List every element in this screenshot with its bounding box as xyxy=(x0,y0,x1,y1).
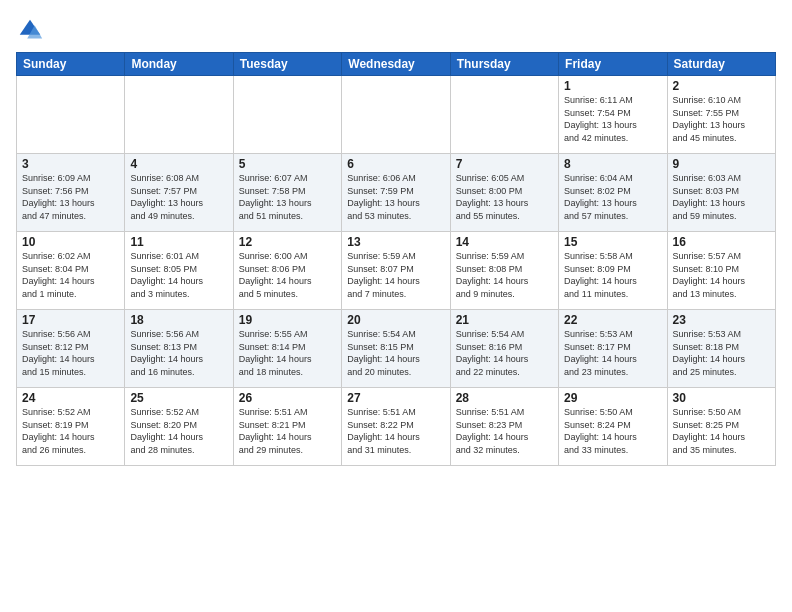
calendar-cell: 17Sunrise: 5:56 AM Sunset: 8:12 PM Dayli… xyxy=(17,310,125,388)
calendar-cell: 20Sunrise: 5:54 AM Sunset: 8:15 PM Dayli… xyxy=(342,310,450,388)
calendar-cell: 15Sunrise: 5:58 AM Sunset: 8:09 PM Dayli… xyxy=(559,232,667,310)
day-number: 28 xyxy=(456,391,553,405)
day-number: 6 xyxy=(347,157,444,171)
calendar-cell: 27Sunrise: 5:51 AM Sunset: 8:22 PM Dayli… xyxy=(342,388,450,466)
day-info: Sunrise: 5:54 AM Sunset: 8:16 PM Dayligh… xyxy=(456,328,553,378)
weekday-header: Friday xyxy=(559,53,667,76)
calendar-cell: 3Sunrise: 6:09 AM Sunset: 7:56 PM Daylig… xyxy=(17,154,125,232)
day-info: Sunrise: 5:57 AM Sunset: 8:10 PM Dayligh… xyxy=(673,250,770,300)
calendar-cell: 2Sunrise: 6:10 AM Sunset: 7:55 PM Daylig… xyxy=(667,76,775,154)
day-info: Sunrise: 6:02 AM Sunset: 8:04 PM Dayligh… xyxy=(22,250,119,300)
day-info: Sunrise: 6:08 AM Sunset: 7:57 PM Dayligh… xyxy=(130,172,227,222)
day-number: 3 xyxy=(22,157,119,171)
day-number: 25 xyxy=(130,391,227,405)
day-number: 9 xyxy=(673,157,770,171)
day-number: 2 xyxy=(673,79,770,93)
day-info: Sunrise: 5:50 AM Sunset: 8:25 PM Dayligh… xyxy=(673,406,770,456)
day-info: Sunrise: 6:01 AM Sunset: 8:05 PM Dayligh… xyxy=(130,250,227,300)
day-number: 22 xyxy=(564,313,661,327)
day-info: Sunrise: 5:50 AM Sunset: 8:24 PM Dayligh… xyxy=(564,406,661,456)
calendar-cell: 26Sunrise: 5:51 AM Sunset: 8:21 PM Dayli… xyxy=(233,388,341,466)
day-number: 10 xyxy=(22,235,119,249)
calendar-cell: 28Sunrise: 5:51 AM Sunset: 8:23 PM Dayli… xyxy=(450,388,558,466)
day-number: 13 xyxy=(347,235,444,249)
day-info: Sunrise: 6:04 AM Sunset: 8:02 PM Dayligh… xyxy=(564,172,661,222)
calendar-cell: 29Sunrise: 5:50 AM Sunset: 8:24 PM Dayli… xyxy=(559,388,667,466)
calendar-cell xyxy=(342,76,450,154)
calendar-cell: 13Sunrise: 5:59 AM Sunset: 8:07 PM Dayli… xyxy=(342,232,450,310)
day-info: Sunrise: 6:07 AM Sunset: 7:58 PM Dayligh… xyxy=(239,172,336,222)
day-info: Sunrise: 5:51 AM Sunset: 8:21 PM Dayligh… xyxy=(239,406,336,456)
day-info: Sunrise: 5:52 AM Sunset: 8:20 PM Dayligh… xyxy=(130,406,227,456)
calendar-cell: 4Sunrise: 6:08 AM Sunset: 7:57 PM Daylig… xyxy=(125,154,233,232)
header xyxy=(16,12,776,44)
day-number: 27 xyxy=(347,391,444,405)
day-number: 4 xyxy=(130,157,227,171)
weekday-header: Thursday xyxy=(450,53,558,76)
logo xyxy=(16,16,48,44)
day-info: Sunrise: 5:56 AM Sunset: 8:13 PM Dayligh… xyxy=(130,328,227,378)
calendar-cell: 23Sunrise: 5:53 AM Sunset: 8:18 PM Dayli… xyxy=(667,310,775,388)
day-number: 18 xyxy=(130,313,227,327)
day-info: Sunrise: 5:58 AM Sunset: 8:09 PM Dayligh… xyxy=(564,250,661,300)
day-info: Sunrise: 6:10 AM Sunset: 7:55 PM Dayligh… xyxy=(673,94,770,144)
calendar-week-row: 3Sunrise: 6:09 AM Sunset: 7:56 PM Daylig… xyxy=(17,154,776,232)
day-info: Sunrise: 5:53 AM Sunset: 8:18 PM Dayligh… xyxy=(673,328,770,378)
calendar-cell: 5Sunrise: 6:07 AM Sunset: 7:58 PM Daylig… xyxy=(233,154,341,232)
day-number: 14 xyxy=(456,235,553,249)
day-info: Sunrise: 5:51 AM Sunset: 8:23 PM Dayligh… xyxy=(456,406,553,456)
weekday-header: Sunday xyxy=(17,53,125,76)
weekday-header: Tuesday xyxy=(233,53,341,76)
calendar-cell xyxy=(17,76,125,154)
weekday-header-row: SundayMondayTuesdayWednesdayThursdayFrid… xyxy=(17,53,776,76)
calendar-cell: 10Sunrise: 6:02 AM Sunset: 8:04 PM Dayli… xyxy=(17,232,125,310)
day-info: Sunrise: 6:00 AM Sunset: 8:06 PM Dayligh… xyxy=(239,250,336,300)
calendar-cell xyxy=(450,76,558,154)
day-info: Sunrise: 5:55 AM Sunset: 8:14 PM Dayligh… xyxy=(239,328,336,378)
calendar-cell: 6Sunrise: 6:06 AM Sunset: 7:59 PM Daylig… xyxy=(342,154,450,232)
day-info: Sunrise: 6:06 AM Sunset: 7:59 PM Dayligh… xyxy=(347,172,444,222)
calendar-cell: 16Sunrise: 5:57 AM Sunset: 8:10 PM Dayli… xyxy=(667,232,775,310)
weekday-header: Monday xyxy=(125,53,233,76)
day-number: 23 xyxy=(673,313,770,327)
calendar-cell xyxy=(233,76,341,154)
day-info: Sunrise: 6:09 AM Sunset: 7:56 PM Dayligh… xyxy=(22,172,119,222)
calendar-cell: 8Sunrise: 6:04 AM Sunset: 8:02 PM Daylig… xyxy=(559,154,667,232)
day-number: 17 xyxy=(22,313,119,327)
day-number: 7 xyxy=(456,157,553,171)
weekday-header: Wednesday xyxy=(342,53,450,76)
day-info: Sunrise: 5:52 AM Sunset: 8:19 PM Dayligh… xyxy=(22,406,119,456)
day-number: 26 xyxy=(239,391,336,405)
day-info: Sunrise: 6:03 AM Sunset: 8:03 PM Dayligh… xyxy=(673,172,770,222)
day-number: 12 xyxy=(239,235,336,249)
day-number: 16 xyxy=(673,235,770,249)
day-number: 21 xyxy=(456,313,553,327)
calendar-cell: 7Sunrise: 6:05 AM Sunset: 8:00 PM Daylig… xyxy=(450,154,558,232)
day-number: 19 xyxy=(239,313,336,327)
day-info: Sunrise: 5:54 AM Sunset: 8:15 PM Dayligh… xyxy=(347,328,444,378)
day-number: 1 xyxy=(564,79,661,93)
calendar-cell: 9Sunrise: 6:03 AM Sunset: 8:03 PM Daylig… xyxy=(667,154,775,232)
calendar-cell: 12Sunrise: 6:00 AM Sunset: 8:06 PM Dayli… xyxy=(233,232,341,310)
day-number: 30 xyxy=(673,391,770,405)
calendar-cell: 19Sunrise: 5:55 AM Sunset: 8:14 PM Dayli… xyxy=(233,310,341,388)
day-info: Sunrise: 6:05 AM Sunset: 8:00 PM Dayligh… xyxy=(456,172,553,222)
day-number: 11 xyxy=(130,235,227,249)
day-number: 24 xyxy=(22,391,119,405)
day-number: 15 xyxy=(564,235,661,249)
page: SundayMondayTuesdayWednesdayThursdayFrid… xyxy=(0,0,792,612)
calendar-cell: 11Sunrise: 6:01 AM Sunset: 8:05 PM Dayli… xyxy=(125,232,233,310)
logo-icon xyxy=(16,16,44,44)
day-info: Sunrise: 5:53 AM Sunset: 8:17 PM Dayligh… xyxy=(564,328,661,378)
day-info: Sunrise: 6:11 AM Sunset: 7:54 PM Dayligh… xyxy=(564,94,661,144)
calendar-cell: 30Sunrise: 5:50 AM Sunset: 8:25 PM Dayli… xyxy=(667,388,775,466)
calendar-week-row: 17Sunrise: 5:56 AM Sunset: 8:12 PM Dayli… xyxy=(17,310,776,388)
calendar-week-row: 24Sunrise: 5:52 AM Sunset: 8:19 PM Dayli… xyxy=(17,388,776,466)
calendar-cell: 21Sunrise: 5:54 AM Sunset: 8:16 PM Dayli… xyxy=(450,310,558,388)
calendar-cell: 24Sunrise: 5:52 AM Sunset: 8:19 PM Dayli… xyxy=(17,388,125,466)
day-number: 29 xyxy=(564,391,661,405)
day-info: Sunrise: 5:56 AM Sunset: 8:12 PM Dayligh… xyxy=(22,328,119,378)
day-number: 5 xyxy=(239,157,336,171)
calendar-week-row: 1Sunrise: 6:11 AM Sunset: 7:54 PM Daylig… xyxy=(17,76,776,154)
calendar-week-row: 10Sunrise: 6:02 AM Sunset: 8:04 PM Dayli… xyxy=(17,232,776,310)
